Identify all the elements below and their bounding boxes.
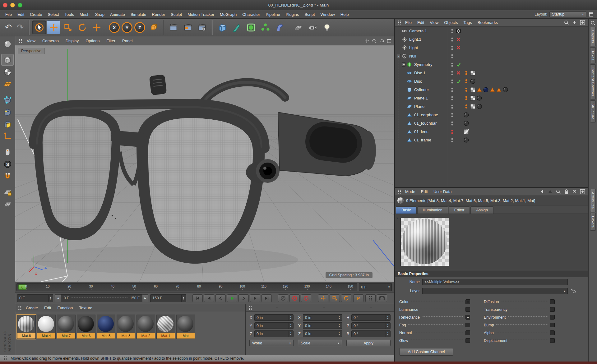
coordinate-size-dropdown[interactable]: Scale▾ bbox=[298, 340, 342, 346]
material-swatch-mat[interactable]: Mat bbox=[176, 315, 195, 339]
search-icon[interactable] bbox=[590, 20, 596, 26]
nav-sphere-button[interactable] bbox=[1, 38, 14, 50]
mograph-cloner-button[interactable] bbox=[258, 21, 272, 34]
object-row-01-earphone[interactable]: 01_earphone bbox=[395, 111, 588, 119]
perspective-viewport[interactable]: Z x Perspective Grid Spacing : 3.937 in bbox=[15, 45, 394, 282]
tab-basic[interactable]: Basic bbox=[396, 206, 417, 214]
menu-sculpt[interactable]: Sculpt bbox=[168, 10, 185, 18]
menu-file[interactable]: File bbox=[2, 10, 15, 18]
scale-tool-button[interactable] bbox=[61, 21, 75, 34]
object-menu-tags[interactable]: Tags bbox=[460, 19, 474, 26]
visibility-dots[interactable] bbox=[450, 62, 454, 67]
coord-rotation-b-input[interactable]: 0 °▴▾ bbox=[351, 330, 391, 337]
material-swatch-mat-8[interactable]: Mat.8 bbox=[17, 315, 36, 339]
menu-plugins[interactable]: Plugins bbox=[283, 10, 302, 18]
polygons-mode-button[interactable] bbox=[1, 118, 14, 130]
material-menu-function[interactable]: Function bbox=[54, 304, 76, 312]
add-primitive-cube-button[interactable] bbox=[215, 21, 229, 34]
panel-handle-icon[interactable] bbox=[397, 189, 402, 195]
render-view-button[interactable] bbox=[167, 21, 180, 34]
lock-z-axis-button[interactable]: Z bbox=[134, 22, 145, 33]
section-header[interactable]: Basic Properties bbox=[395, 270, 588, 277]
magnet-snap-button[interactable] bbox=[1, 171, 14, 182]
menu-motion-tracker[interactable]: Motion Tracker bbox=[185, 10, 217, 18]
tag-sphere-dark[interactable] bbox=[464, 112, 469, 117]
coord-size-z-input[interactable]: 0 in▴▾ bbox=[303, 330, 342, 337]
material-swatch-mat-1[interactable]: Mat.1 bbox=[156, 315, 175, 339]
object-menu-view[interactable]: View bbox=[427, 19, 441, 26]
name-input[interactable]: <<Multiple Values>> bbox=[422, 279, 568, 285]
move-tool-button[interactable] bbox=[47, 21, 60, 34]
next-key-button[interactable] bbox=[250, 294, 260, 302]
attr-search-icon[interactable] bbox=[555, 189, 561, 195]
material-swatch-mat-4[interactable]: Mat.4 bbox=[37, 315, 56, 339]
coord-size-x-input[interactable]: 0 in▴▾ bbox=[303, 314, 342, 321]
layout-grid-icon[interactable] bbox=[588, 12, 594, 17]
key-rotation-toggle[interactable] bbox=[341, 294, 351, 302]
start-frame-field[interactable]: 0 F ▴▾ bbox=[17, 294, 53, 302]
subdivision-surface-button[interactable] bbox=[244, 21, 258, 34]
menu-mesh[interactable]: Mesh bbox=[77, 10, 92, 18]
lock-y-axis-button[interactable]: Y bbox=[122, 22, 132, 33]
tag-orange-dots[interactable] bbox=[464, 70, 469, 76]
attribute-menu-edit[interactable]: Edit bbox=[418, 188, 431, 196]
undo-button[interactable]: ↶ bbox=[3, 21, 14, 34]
object-row-cylinder[interactable]: Cylinder bbox=[395, 85, 588, 94]
tag-orange-dots[interactable] bbox=[464, 95, 469, 101]
goto-start-button[interactable] bbox=[192, 294, 203, 302]
tag-triangle[interactable] bbox=[496, 87, 502, 92]
channel-checkbox[interactable] bbox=[550, 323, 555, 327]
menu-simulate[interactable]: Simulate bbox=[128, 10, 149, 18]
coord-position-x-input[interactable]: 0 in▴▾ bbox=[254, 314, 294, 321]
add-custom-channel-button[interactable]: Add Custom Channel bbox=[399, 348, 453, 356]
tag-checker[interactable] bbox=[470, 70, 475, 76]
tag-triangle[interactable] bbox=[490, 87, 495, 92]
autokey-record-button[interactable] bbox=[289, 294, 300, 302]
object-row-plane[interactable]: Plane bbox=[395, 102, 588, 111]
previous-frame-button[interactable] bbox=[215, 294, 226, 302]
layer-pick-icon[interactable] bbox=[570, 288, 576, 294]
tag-orange-dots[interactable] bbox=[464, 87, 469, 92]
channel-checkbox[interactable] bbox=[550, 338, 555, 343]
visibility-dots[interactable] bbox=[450, 53, 454, 59]
viewport-select-button[interactable] bbox=[1, 146, 14, 158]
object-row-null[interactable]: -Null bbox=[395, 52, 588, 60]
material-swatch-mat-2[interactable]: Mat.2 bbox=[137, 315, 155, 339]
zoom-view-icon[interactable] bbox=[371, 38, 377, 44]
redo-button[interactable]: ↷ bbox=[15, 21, 26, 34]
state-check-icon[interactable] bbox=[456, 62, 461, 67]
menu-character[interactable]: Character bbox=[239, 10, 263, 18]
viewport-menu-options[interactable]: Options bbox=[82, 36, 103, 45]
visibility-dots[interactable] bbox=[450, 104, 454, 109]
material-menu-texture[interactable]: Texture bbox=[76, 304, 95, 312]
visibility-dots[interactable] bbox=[450, 112, 454, 118]
frame-range-slider[interactable]: ◀ 0 F 150 F ▶ bbox=[55, 294, 148, 302]
value-stepper[interactable]: ▴▾ bbox=[289, 323, 291, 329]
maximize-view-icon[interactable] bbox=[386, 38, 392, 44]
viewport-menu-cameras[interactable]: Cameras bbox=[39, 36, 62, 45]
viewport-menu-display[interactable]: Display bbox=[62, 36, 82, 45]
axis-mode-button[interactable] bbox=[1, 131, 14, 142]
menu-animate[interactable]: Animate bbox=[107, 10, 128, 18]
attr-back-icon[interactable] bbox=[539, 189, 545, 195]
coordinate-system-button[interactable] bbox=[146, 21, 160, 34]
object-menu-bookmarks[interactable]: Bookmarks bbox=[475, 19, 501, 26]
value-stepper[interactable]: ▴▾ bbox=[337, 315, 340, 320]
viewport-menu-filter[interactable]: Filter bbox=[103, 36, 119, 45]
material-preview[interactable] bbox=[400, 218, 449, 266]
material-menu-create[interactable]: Create bbox=[23, 304, 41, 312]
tag-sphere-dark[interactable] bbox=[470, 79, 475, 84]
object-row-symmetry[interactable]: +Symmetry bbox=[395, 60, 588, 69]
tag-sphere-dark[interactable] bbox=[503, 87, 508, 92]
viewport-menu-panel[interactable]: Panel bbox=[119, 36, 136, 45]
object-menu-file[interactable]: File bbox=[402, 19, 414, 26]
deformer-button[interactable] bbox=[273, 21, 286, 34]
pan-view-icon[interactable] bbox=[364, 38, 369, 44]
points-mode-button[interactable] bbox=[1, 94, 14, 106]
value-stepper[interactable]: ▴▾ bbox=[386, 331, 388, 337]
rotate-tool-button[interactable] bbox=[75, 21, 89, 34]
channel-checkbox[interactable] bbox=[550, 307, 555, 312]
key-pla-button[interactable] bbox=[365, 294, 376, 302]
material-menu-edit[interactable]: Edit bbox=[41, 304, 54, 312]
menu-create[interactable]: Create bbox=[27, 10, 45, 18]
